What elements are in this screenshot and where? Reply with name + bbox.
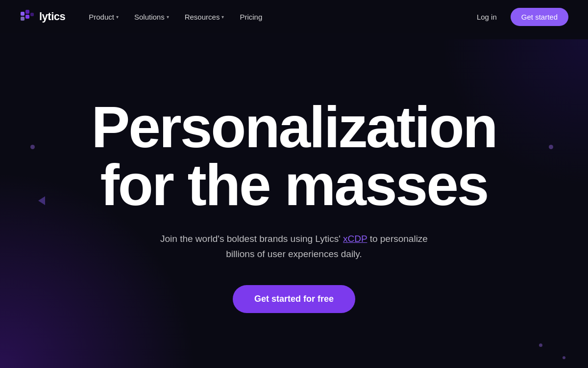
hero-title: Personalization for the masses [91, 98, 496, 214]
decor-triangle-icon [38, 196, 45, 205]
navbar: lytics Product ▾ Solutions ▾ Resources ▾… [0, 0, 588, 33]
solutions-chevron-icon: ▾ [167, 14, 169, 20]
hero-cta-button[interactable]: Get started for free [233, 285, 355, 313]
get-started-nav-button[interactable]: Get started [511, 8, 568, 26]
hero-subtitle: Join the world's boldest brands using Ly… [147, 232, 441, 262]
hero-subtitle-before: Join the world's boldest brands using Ly… [160, 234, 341, 244]
hero-section: Personalization for the masses Join the … [0, 33, 588, 368]
svg-rect-1 [25, 10, 29, 14]
nav-left: lytics Product ▾ Solutions ▾ Resources ▾… [20, 9, 268, 25]
product-chevron-icon: ▾ [116, 14, 119, 20]
hero-title-line1: Personalization [91, 95, 496, 159]
svg-rect-0 [21, 12, 24, 16]
logo-text: lytics [39, 10, 65, 23]
xcdp-link[interactable]: xCDP [343, 234, 367, 244]
svg-rect-2 [21, 17, 24, 21]
nav-resources[interactable]: Resources ▾ [179, 9, 230, 25]
logo[interactable]: lytics [20, 9, 65, 25]
nav-right: Log in Get started [471, 8, 568, 26]
login-button[interactable]: Log in [471, 9, 503, 25]
svg-rect-3 [25, 15, 29, 19]
logo-icon [20, 9, 35, 25]
nav-product[interactable]: Product ▾ [83, 9, 124, 25]
nav-pricing[interactable]: Pricing [234, 9, 268, 25]
svg-rect-4 [30, 13, 34, 16]
hero-title-line2: for the masses [100, 153, 488, 217]
resources-chevron-icon: ▾ [221, 14, 224, 20]
nav-solutions[interactable]: Solutions ▾ [128, 9, 175, 25]
nav-links: Product ▾ Solutions ▾ Resources ▾ Pricin… [83, 9, 268, 25]
